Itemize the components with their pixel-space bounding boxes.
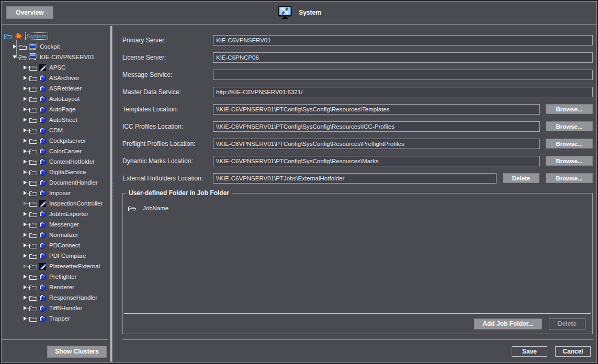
computer-icon (29, 43, 37, 50)
expander-right-icon[interactable] (22, 283, 29, 291)
tree-item-kie-c6vpnserv01[interactable]: KIE-C6VPNSERV01 (1, 52, 108, 62)
expander-right-icon[interactable] (22, 221, 29, 228)
tree-item-label: JobImExporter (49, 211, 88, 217)
tree-item-autolayout[interactable]: AutoLayout (1, 94, 108, 104)
templates-location-browse-button[interactable]: Browse... (546, 104, 593, 114)
tree-item-digitalservice[interactable]: DigitalService (1, 167, 108, 177)
expander-right-icon[interactable] (22, 242, 29, 249)
splitter-grip-icon[interactable] (112, 183, 114, 201)
engine-icon (39, 64, 46, 71)
service-icon (39, 232, 46, 238)
expander-right-icon[interactable] (22, 147, 29, 155)
expander-right-icon[interactable] (22, 64, 29, 71)
tree-item-system[interactable]: System (1, 31, 108, 41)
external-hotfolders-location-browse-button[interactable]: Browse... (546, 173, 593, 183)
expander-right-icon[interactable] (12, 43, 19, 50)
tree-item-apsc[interactable]: APSC (1, 62, 108, 73)
tree-item-imposer[interactable]: Imposer (1, 188, 108, 198)
folder-closed-icon (29, 274, 37, 280)
expander-right-icon[interactable] (22, 179, 29, 186)
tree-item-cockpit[interactable]: Cockpit (1, 41, 108, 52)
tree-item-label: DocumentHandler (49, 179, 98, 186)
form-row-icc-profiles-location: ICC Profiles Location:Browse... (122, 118, 593, 135)
system-monitor-tools-icon (277, 6, 292, 19)
tree-item-autopage[interactable]: AutoPage (1, 104, 108, 115)
primary-server-input[interactable] (213, 35, 593, 46)
expander-right-icon[interactable] (22, 137, 29, 144)
folder-closed-icon (29, 159, 37, 165)
tree-item-normalizer[interactable]: Normalizer (1, 230, 108, 240)
folder-closed-icon (29, 295, 37, 301)
tree-item-colorcarver[interactable]: ColorCarver (1, 146, 108, 156)
folder-closed-icon (29, 96, 37, 102)
tree-item-tiffbhandler[interactable]: TiffBHandler (1, 303, 108, 313)
delete-job-folder-button[interactable]: Delete (549, 318, 585, 329)
form-row-message-service: Message Service: (122, 66, 593, 83)
expander-right-icon[interactable] (22, 210, 29, 218)
license-server-input[interactable] (213, 52, 593, 63)
templates-location-input[interactable] (213, 104, 540, 115)
expander-right-icon[interactable] (22, 127, 29, 134)
expander-right-icon[interactable] (22, 85, 29, 92)
expander-right-icon[interactable] (22, 158, 29, 165)
folder-closed-icon (29, 253, 37, 259)
icc-profiles-location-browse-button[interactable]: Browse... (546, 121, 593, 131)
external-hotfolders-delete-button[interactable]: Delete (503, 173, 539, 183)
tree-item-platesetterexternal[interactable]: PlatesetterExternal (1, 261, 108, 271)
tree-item-cdm[interactable]: CDM (1, 125, 108, 135)
expander-right-icon[interactable] (22, 95, 29, 103)
tree-item-inspectioncontroller[interactable]: InspectionController (1, 198, 108, 209)
expander-right-icon[interactable] (22, 273, 29, 280)
external-hotfolders-location-input[interactable] (213, 173, 497, 184)
tree-item-label: TiffBHandler (49, 305, 82, 311)
tree-item-asretriever[interactable]: ASRetriever (1, 83, 108, 94)
tree-item-asarchiver[interactable]: ASArchiver (1, 73, 108, 83)
show-clusters-button[interactable]: Show Clusters (47, 346, 107, 358)
splitter-bar[interactable] (110, 26, 112, 362)
tree-item-renderer[interactable]: Renderer (1, 282, 108, 292)
tree-item-documenthandler[interactable]: DocumentHandler (1, 177, 108, 188)
tree-item-pdconnect[interactable]: PDConnect (1, 240, 108, 251)
tree-item-autosheet[interactable]: AutoSheet (1, 115, 108, 125)
expander-right-icon[interactable] (22, 263, 29, 270)
expander-right-icon[interactable] (22, 74, 29, 82)
save-button[interactable]: Save (512, 346, 547, 357)
dynamic-marks-location-input[interactable] (213, 156, 540, 166)
tree-item-cockpitserver[interactable]: Cockpitserver (1, 135, 108, 146)
add-job-folder-button[interactable]: Add Job Folder... (474, 318, 542, 329)
panel-splitter[interactable] (108, 25, 115, 363)
tree-item-label: AutoSheet (49, 117, 77, 123)
message-service-input[interactable] (213, 70, 593, 80)
tree-item-responsehandler[interactable]: ResponseHandler (1, 292, 108, 303)
expander-right-icon[interactable] (22, 106, 29, 113)
expander-down-icon[interactable] (12, 53, 19, 61)
cancel-button[interactable]: Cancel (555, 346, 591, 357)
tree-item-trapper[interactable]: Trapper (1, 313, 108, 324)
tree-item-contenthotfolder[interactable]: ContentHotfolder (1, 156, 108, 167)
dynamic-marks-location-browse-button[interactable]: Browse... (546, 156, 593, 166)
expander-right-icon[interactable] (22, 231, 29, 238)
tree-item-pdfcompare[interactable]: PDFCompare (1, 251, 108, 261)
folder-closed-icon (29, 128, 37, 133)
expander-right-icon[interactable] (22, 116, 29, 123)
expander-right-icon[interactable] (22, 168, 29, 176)
tree-item-jobimexporter[interactable]: JobImExporter (1, 209, 108, 219)
expander-right-icon[interactable] (22, 189, 29, 197)
tree-item-messenger[interactable]: Messenger (1, 219, 108, 230)
server-settings-form: Primary Server:License Server:Message Se… (122, 25, 593, 187)
tree-item-label: Preflighter (49, 274, 76, 280)
icc-profiles-location-input[interactable] (213, 121, 540, 132)
expander-right-icon[interactable] (22, 315, 29, 322)
master-data-service-input[interactable] (213, 87, 593, 97)
preflight-profiles-location-input[interactable] (213, 139, 540, 149)
tree-item-preflighter[interactable]: Preflighter (1, 271, 108, 282)
preflight-profiles-location-browse-button[interactable]: Browse... (546, 139, 593, 149)
preflight-profiles-location-label: Preflight Profiles Location: (122, 140, 213, 147)
expander-right-icon[interactable] (22, 304, 29, 312)
form-row-master-data-service: Master Data Service: (122, 83, 593, 100)
expander-right-icon[interactable] (22, 200, 29, 207)
job-folder-item[interactable]: JobName (128, 203, 587, 213)
expander-right-icon[interactable] (22, 294, 29, 301)
overview-button[interactable]: Overview (6, 6, 53, 19)
expander-right-icon[interactable] (22, 252, 29, 259)
